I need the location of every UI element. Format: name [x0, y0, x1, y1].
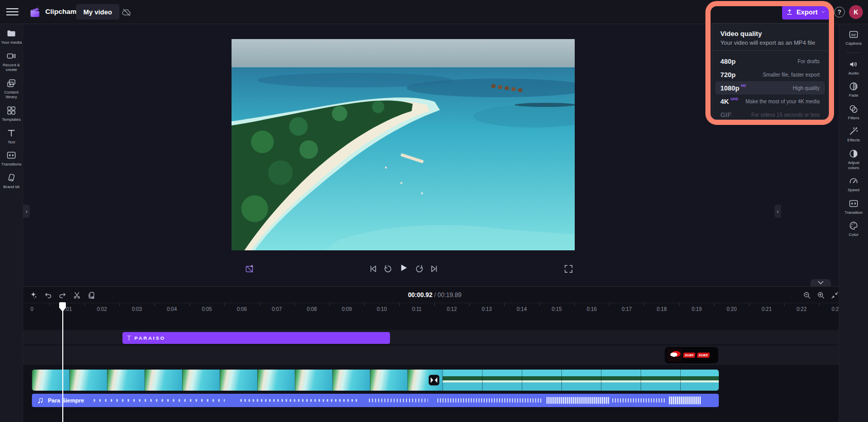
split-scissors-button[interactable]	[72, 290, 82, 300]
subscribe-chip: SUBS	[697, 353, 710, 358]
cloud-off-icon	[121, 7, 132, 17]
sidebar-item-audio[interactable]: Audio	[839, 59, 868, 76]
ruler-label: 0:09	[342, 306, 351, 312]
timeline-toolbar: 00:00.92 / 00:19.89	[23, 287, 839, 303]
folder-icon	[6, 28, 16, 39]
sidebar-item-effects[interactable]: Effects	[839, 126, 868, 143]
speed-icon	[848, 176, 859, 186]
sidebar-item-transition[interactable]: Transition	[839, 198, 868, 215]
sidebar-item-your-media[interactable]: Your media	[0, 28, 23, 45]
ruler-tick	[84, 303, 85, 306]
text-clip-paraiso[interactable]: T PARAISO	[122, 332, 390, 344]
export-option-1080p[interactable]: 1080pHDHigh quality	[715, 81, 825, 95]
export-option-720p[interactable]: 720pSmaller file, faster export	[715, 68, 825, 81]
zoom-out-button[interactable]	[802, 290, 812, 300]
export-option-gif[interactable]: GIFFor videos 15 seconds or less	[715, 108, 825, 121]
ruler-label: 0:18	[657, 306, 666, 312]
audio-clip-label: Para Siempre	[48, 397, 84, 403]
ruler-label: 0:05	[202, 306, 211, 312]
ruler-tick	[329, 303, 330, 306]
sidebar-item-fade[interactable]: Fade	[839, 81, 868, 98]
quality-label: GIF	[720, 111, 732, 119]
rewind-button[interactable]	[382, 263, 394, 274]
video-preview[interactable]	[232, 39, 575, 250]
sidebar-item-label: Captions	[845, 41, 862, 46]
fullscreen-button[interactable]	[563, 263, 574, 274]
video-clip-1[interactable]	[32, 370, 442, 391]
ruler-tick	[294, 303, 295, 306]
menu-icon[interactable]	[6, 6, 19, 17]
transitions-icon	[6, 150, 16, 160]
fit-timeline-button[interactable]	[829, 290, 840, 300]
ruler-label: 0:10	[377, 306, 386, 312]
expand-left-panel-button[interactable]: ›	[23, 205, 30, 218]
color-icon	[848, 221, 859, 231]
export-menu-title: Video quality	[712, 29, 828, 38]
left-sidebar: Your mediaRecord & createContent library…	[0, 24, 23, 422]
fade-icon	[848, 81, 859, 91]
collapse-preview-button[interactable]	[810, 279, 831, 286]
ruler-label: 0:11	[412, 306, 422, 312]
sidebar-item-captions[interactable]: CCCaptions	[839, 29, 868, 46]
right-sidebar: CCCaptionsAudioFadeFiltersEffectsAdjust …	[839, 24, 868, 422]
zoom-in-button[interactable]	[816, 290, 826, 300]
effects-icon	[848, 126, 859, 136]
ruler-label: 0:14	[517, 306, 526, 312]
sidebar-item-content-library[interactable]: Content library	[0, 78, 23, 100]
sidebar-item-label: Record & create	[0, 63, 23, 72]
quality-badge: UHD	[731, 97, 739, 101]
sidebar-item-templates[interactable]: Templates	[0, 105, 23, 122]
sidebar-item-label: Transitions	[2, 162, 22, 167]
ruler-label: 0	[30, 306, 33, 312]
music-note-icon	[37, 397, 44, 404]
audio-clip-para-siempre[interactable]: Para Siempre	[32, 394, 719, 407]
forward-button[interactable]	[414, 263, 425, 274]
audio-waveform	[240, 399, 359, 402]
sidebar-item-text[interactable]: Text	[0, 128, 23, 145]
project-title[interactable]: My video	[76, 4, 119, 20]
sidebar-item-speed[interactable]: Speed	[839, 176, 868, 193]
video-track	[32, 370, 719, 391]
export-option-480p[interactable]: 480pFor drafts	[715, 54, 825, 68]
sidebar-item-transitions[interactable]: Transitions	[0, 150, 23, 167]
clipchamp-logo-icon	[29, 6, 41, 17]
export-option-4k[interactable]: 4KUHDMake the most of your 4K media	[715, 95, 825, 108]
timeline-ruler[interactable]: 00:010:020:030:040:050:060:070:080:090:1…	[23, 303, 839, 315]
auto-captions-icon[interactable]	[244, 263, 255, 274]
ruler-label: 0:13	[482, 306, 491, 312]
undo-button[interactable]	[43, 290, 53, 300]
video-clip-2[interactable]	[442, 370, 719, 391]
redo-button[interactable]	[57, 290, 67, 300]
sidebar-item-filters[interactable]: Filters	[839, 104, 868, 121]
sidebar-item-color[interactable]: Color	[839, 221, 868, 237]
ruler-label: 0:20	[727, 306, 736, 312]
duplicate-button[interactable]	[86, 290, 96, 300]
export-button[interactable]: Export	[782, 4, 829, 20]
avatar[interactable]: K	[849, 5, 863, 19]
sidebar-item-label: Text	[8, 140, 15, 145]
filters-icon	[848, 104, 859, 114]
help-button[interactable]: ?	[834, 7, 845, 17]
play-button[interactable]	[398, 262, 409, 273]
total-time: 00:19.89	[437, 291, 462, 299]
sidebar-item-adjust-colors[interactable]: Adjust colors	[839, 149, 868, 170]
quality-description: Smaller file, faster export	[763, 72, 820, 78]
playhead-line	[62, 302, 63, 422]
audio-waveform	[437, 398, 543, 402]
expand-right-panel-button[interactable]: ‹	[774, 205, 781, 218]
sidebar-item-label: Your media	[1, 40, 22, 45]
sidebar-item-label: Audio	[848, 71, 859, 76]
beach-aerial-video-frame	[232, 39, 575, 250]
quality-label: 4KUHD	[720, 98, 738, 105]
quality-label: 1080pHD	[720, 84, 746, 92]
suggestions-icon[interactable]	[28, 290, 39, 300]
clip-transition-marker[interactable]	[429, 375, 439, 386]
skip-to-start-button[interactable]	[367, 263, 379, 274]
sidebar-item-brand-kit[interactable]: Brand kit	[0, 173, 23, 190]
skip-to-end-button[interactable]	[429, 263, 440, 274]
sidebar-item-record-create[interactable]: Record & create	[0, 51, 23, 72]
ruler-label: 0:03	[132, 306, 141, 312]
ruler-label: 0:22	[796, 306, 806, 312]
subscribe-sticker-clip[interactable]: SUB5SUBS	[665, 347, 718, 363]
subscribe-sticker-thumbnail	[667, 349, 682, 361]
